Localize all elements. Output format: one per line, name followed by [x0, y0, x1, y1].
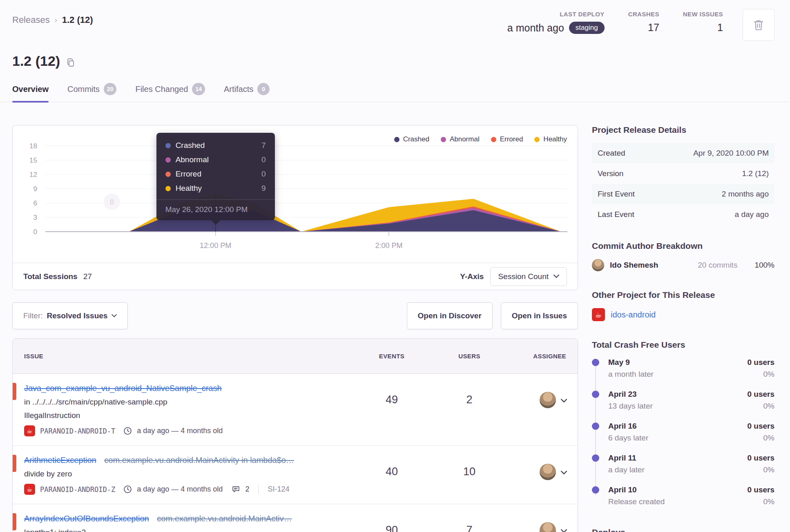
tooltip-healthy-dot-icon	[165, 186, 171, 191]
tooltip-abnormal-dot-icon	[165, 157, 171, 163]
legend-item-crashed[interactable]: Crashed	[394, 135, 429, 143]
tooltip-healthy-value: 9	[261, 184, 266, 193]
detail-value: 1.2 (12)	[742, 169, 769, 178]
column-assignee: ASSIGNEE	[508, 353, 578, 360]
assignee-dropdown-chevron-icon[interactable]	[561, 392, 567, 404]
issue-subtitle: divide by zero	[24, 469, 353, 478]
timeline-dot-icon	[592, 359, 599, 366]
svg-text:9: 9	[33, 185, 37, 193]
timeline-percent: 0%	[747, 402, 774, 411]
detail-row-first-event: First Event 2 months ago	[592, 184, 774, 204]
tab-artifacts[interactable]: Artifacts 0	[224, 83, 270, 102]
chart-legend: Crashed Abnormal Errored Healthy	[394, 135, 567, 143]
assignee-avatar[interactable]	[540, 392, 556, 408]
breadcrumb-chevron-icon: ›	[55, 16, 57, 25]
assignee-avatar[interactable]	[540, 522, 556, 532]
detail-label: Last Event	[598, 210, 634, 219]
tooltip-crashed-label: Crashed	[176, 141, 257, 150]
breadcrumb-releases-link[interactable]: Releases	[12, 15, 50, 25]
chevron-down-icon	[553, 275, 559, 278]
detail-label: First Event	[598, 190, 635, 199]
tab-artifacts-count: 0	[257, 83, 270, 95]
yaxis-select[interactable]: Session Count	[490, 267, 567, 286]
svg-text:12:00 PM: 12:00 PM	[200, 241, 231, 250]
issue-events-count: 40	[353, 454, 431, 495]
issue-age: a day ago — 4 months old	[137, 485, 223, 494]
tab-overview[interactable]: Overview	[12, 83, 49, 102]
comments-count: 2	[245, 485, 249, 494]
timeline-date: April 11	[608, 454, 747, 463]
assignee-dropdown-chevron-icon[interactable]	[561, 522, 567, 532]
trash-icon	[753, 19, 764, 31]
sessions-area-chart[interactable]: 0369121518012:00 PM2:00 PM	[13, 125, 578, 263]
issue-location: in ../../../../src/main/cpp/native-sampl…	[24, 398, 353, 407]
issue-culprit: com.example.vu.android.MainActivity in l…	[104, 456, 294, 465]
top-bar: Releases › 1.2 (12) LAST DEPLOY a month …	[0, 0, 790, 41]
java-platform-icon: ☕	[592, 308, 605, 321]
other-project-link[interactable]: idos-android	[611, 310, 656, 320]
legend-errored-label: Errored	[500, 135, 523, 143]
error-level-indicator	[13, 455, 16, 472]
timeline-users: 0 users	[747, 358, 774, 367]
stat-crashes-value: 17	[628, 22, 659, 34]
assignee-dropdown-chevron-icon[interactable]	[561, 464, 567, 476]
detail-row-version: Version 1.2 (12)	[592, 163, 774, 184]
svg-text:0: 0	[110, 199, 114, 206]
environment-badge: staging	[569, 22, 605, 34]
tooltip-healthy-label: Healthy	[176, 184, 257, 193]
release-details-table: Created Apr 9, 2020 10:00 PM Version 1.2…	[592, 143, 774, 225]
timeline-subtitle: 13 days later	[608, 402, 747, 411]
detail-row-last-event: Last Event a day ago	[592, 204, 774, 225]
open-in-discover-button[interactable]: Open in Discover	[407, 302, 493, 329]
legend-item-abnormal[interactable]: Abnormal	[441, 135, 480, 143]
commit-author-row: Ido Shemesh 20 commits 100%	[592, 259, 774, 271]
tooltip-errored-value: 0	[261, 170, 266, 179]
assignee-cell	[508, 382, 578, 436]
errored-dot-icon	[491, 137, 496, 142]
breadcrumb: Releases › 1.2 (12)	[12, 11, 93, 25]
timeline-subtitle: 6 days later	[608, 434, 747, 443]
issue-culprit: com.example.vu.android.MainActiv…	[157, 514, 292, 523]
issue-row: Java_com_example_vu_android_NativeSample…	[13, 374, 578, 446]
tooltip-errored-dot-icon	[165, 172, 171, 177]
tab-files-changed[interactable]: Files Changed 14	[135, 83, 205, 102]
tooltip-date: May 26, 2020 12:00 PM	[156, 199, 275, 220]
issues-filter-dropdown[interactable]: Filter: Resolved Issues	[12, 302, 128, 329]
issue-subtitle: IllegalInstruction	[24, 411, 353, 420]
detail-row-created: Created Apr 9, 2020 10:00 PM	[592, 143, 774, 163]
project-release-details-heading: Project Release Details	[592, 125, 774, 135]
issue-users-count: 7	[431, 512, 508, 532]
svg-text:0: 0	[33, 228, 37, 236]
tooltip-errored-label: Errored	[176, 170, 257, 179]
commit-author-breakdown-heading: Commit Author Breakdown	[592, 241, 774, 251]
stat-crashes-label: CRASHES	[628, 11, 659, 18]
issue-subtitle: length=1; index=2	[24, 528, 353, 532]
tab-files-changed-label: Files Changed	[135, 85, 188, 94]
delete-release-button[interactable]	[743, 9, 774, 41]
timeline-users: 0 users	[747, 422, 774, 431]
timeline-percent: 0%	[747, 497, 774, 506]
tooltip-crashed-value: 7	[261, 141, 266, 150]
java-platform-icon: ☕	[24, 425, 35, 436]
legend-item-errored[interactable]: Errored	[491, 135, 523, 143]
copy-version-button[interactable]	[66, 55, 76, 67]
stat-last-deploy-value: a month ago	[507, 22, 564, 34]
crashed-dot-icon	[394, 137, 399, 142]
assignee-avatar[interactable]	[540, 464, 556, 480]
open-in-issues-button[interactable]: Open in Issues	[501, 302, 578, 329]
yaxis-label: Y-Axis	[460, 272, 484, 281]
java-platform-icon: ☕	[24, 484, 35, 495]
issue-users-count: 2	[431, 382, 508, 436]
issue-title-link[interactable]: ArithmeticException	[24, 456, 96, 465]
assignee-cell	[508, 512, 578, 532]
tab-commits[interactable]: Commits 20	[67, 83, 116, 102]
timeline-item: April 11 a day later 0 users 0%	[592, 454, 774, 474]
legend-item-healthy[interactable]: Healthy	[534, 135, 567, 143]
assignee-cell	[508, 454, 578, 495]
total-sessions-value: 27	[83, 272, 92, 281]
issue-title-link[interactable]: Java_com_example_vu_android_NativeSample…	[24, 384, 222, 393]
timeline-subtitle: a month later	[608, 370, 747, 379]
detail-value: 2 months ago	[722, 190, 769, 199]
abnormal-dot-icon	[441, 137, 446, 142]
issue-title-link[interactable]: ArrayIndexOutOfBoundsException	[24, 514, 149, 523]
